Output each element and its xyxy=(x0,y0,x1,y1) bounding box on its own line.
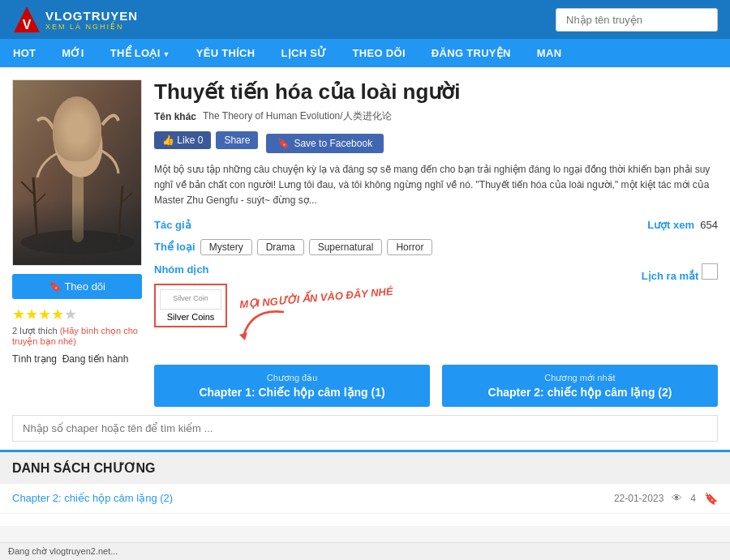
nav-theo-doi[interactable]: THEO DÕI xyxy=(340,39,419,67)
social-buttons: 👍 Like 0 Share xyxy=(154,131,258,149)
logo-name: VLOGTRUYEN xyxy=(45,9,138,23)
svg-marker-13 xyxy=(239,332,247,340)
star-3[interactable]: ★ xyxy=(38,306,51,323)
thumbsup-icon: 👍 xyxy=(162,135,174,146)
logo-texts: VLOGTRUYEN XEM LÀ NGHIỀN xyxy=(45,9,138,31)
star-2[interactable]: ★ xyxy=(25,306,38,323)
logo-icon: V xyxy=(12,5,41,34)
logo-area: V VLOGTRUYEN XEM LÀ NGHIỀN xyxy=(12,5,138,34)
genre-mystery[interactable]: Mystery xyxy=(200,239,252,255)
nav-the-loai[interactable]: THỂ LOẠI xyxy=(97,39,183,67)
svg-point-11 xyxy=(70,134,78,143)
manga-detail: 🔖 Theo dõi ★★★★★ 2 lượt thích (Hãy bình … xyxy=(12,79,718,407)
chapter-meta: 22-01-2023 👁 4 🔖 xyxy=(614,492,718,505)
genre-drama[interactable]: Drama xyxy=(257,239,304,255)
alt-name-row: Tên khác The Theory of Human Evolution/人… xyxy=(154,109,718,123)
content-area: 🔖 Theo dõi ★★★★★ 2 lượt thích (Hãy bình … xyxy=(0,67,730,526)
table-row: Chapter 2: chiếc hộp câm lặng (2) 22-01-… xyxy=(0,484,730,514)
genre-horror[interactable]: Horror xyxy=(387,239,432,255)
manga-info: Thuyết tiến hóa của loài người Tên khác … xyxy=(154,79,718,407)
nav-bar: HOT MỚI THỂ LOẠI YÊU THÍCH LỊCH SỬ THEO … xyxy=(0,39,730,67)
svg-point-3 xyxy=(21,230,135,254)
chapter-link[interactable]: Chapter 2: chiếc hộp câm lặng (2) xyxy=(12,492,173,504)
chapter-views: 4 xyxy=(690,493,696,504)
manga-cover-section: 🔖 Theo dõi ★★★★★ 2 lượt thích (Hãy bình … xyxy=(12,79,142,407)
status-row: Tình trạng Đang tiến hành xyxy=(12,353,142,365)
nav-lich-su[interactable]: LỊCH SỬ xyxy=(268,39,339,67)
manga-cover-image xyxy=(12,79,142,266)
save-facebook-button[interactable]: 🔖 Save to Facebook xyxy=(266,134,384,153)
chapter-buttons: Chương đầu Chapter 1: Chiếc hộp câm lặng… xyxy=(154,365,718,407)
share-button[interactable]: Share xyxy=(216,131,258,149)
release-box xyxy=(702,263,718,280)
eye-icon: 👁 xyxy=(672,492,682,504)
group-section: Nhóm dịch Silver Coin Silver Coins xyxy=(154,263,300,355)
description: Một bộ sưu tập những câu chuyện kỳ lạ và… xyxy=(154,162,718,209)
group-card-inner: Silver Coin xyxy=(160,289,221,310)
logo-tagline: XEM LÀ NGHIỀN xyxy=(45,23,138,31)
author-section: Tác giả xyxy=(154,219,191,231)
group-card[interactable]: Silver Coin Silver Coins xyxy=(154,284,227,327)
nav-yeu-thich[interactable]: YÊU THÍCH xyxy=(183,39,268,67)
nav-man[interactable]: MAN xyxy=(524,39,575,67)
follow-button[interactable]: 🔖 Theo dõi xyxy=(12,274,142,299)
chapter-search-input[interactable] xyxy=(12,415,718,442)
release-section: Lịch ra mắt xyxy=(642,263,718,282)
arrow-svg xyxy=(235,304,300,353)
star-4[interactable]: ★ xyxy=(51,306,64,323)
nav-dang-truyen[interactable]: ĐĂNG TRUYỆN xyxy=(419,39,524,67)
first-chapter-button[interactable]: Chương đầu Chapter 1: Chiếc hộp câm lặng… xyxy=(154,365,430,407)
bookmark-chapter-icon[interactable]: 🔖 xyxy=(704,492,718,505)
arrow-annotation-area: MỌI NGƯỜI ẤN VÀO ĐÂY NHÉ xyxy=(235,304,300,355)
header: V VLOGTRUYEN XEM LÀ NGHIỀN xyxy=(0,0,730,39)
bookmark-icon-follow: 🔖 xyxy=(49,280,62,293)
views-section: Lượt xem 654 xyxy=(647,219,718,231)
chapter-list-header: DANH SÁCH CHƯƠNG xyxy=(0,450,730,484)
star-1[interactable]: ★ xyxy=(12,306,25,323)
rating-count: 2 lượt thích (Hãy bình chọn cho truyện b… xyxy=(12,326,142,347)
nav-hot[interactable]: HOT xyxy=(0,39,49,67)
chapter-date: 22-01-2023 xyxy=(614,493,663,504)
search-input[interactable] xyxy=(556,8,718,32)
manga-title: Thuyết tiến hóa của loài người xyxy=(154,79,718,105)
group-release-row: Nhóm dịch Silver Coin Silver Coins xyxy=(154,263,718,355)
author-views-row: Tác giả Lượt xem 654 xyxy=(154,219,718,231)
svg-point-12 xyxy=(80,130,88,140)
star-5[interactable]: ★ xyxy=(64,306,77,323)
star-rating[interactable]: ★★★★★ xyxy=(12,306,142,323)
svg-text:V: V xyxy=(23,18,32,32)
annotation-text: MỌI NGƯỜI ẤN VÀO ĐÂY NHÉ xyxy=(239,284,393,310)
cover-art xyxy=(13,80,142,266)
nav-moi[interactable]: MỚI xyxy=(49,39,97,67)
rating-area: ★★★★★ 2 lượt thích (Hãy bình chọn cho tr… xyxy=(12,306,142,347)
genres-row: Thể loại Mystery Drama Supernatural Horr… xyxy=(154,239,718,255)
latest-chapter-button[interactable]: Chương mới nhất Chapter 2: chiếc hộp câm… xyxy=(442,365,718,407)
like-button[interactable]: 👍 Like 0 xyxy=(154,131,211,149)
genre-supernatural[interactable]: Supernatural xyxy=(309,239,383,255)
bookmark-icon: 🔖 xyxy=(277,138,290,149)
